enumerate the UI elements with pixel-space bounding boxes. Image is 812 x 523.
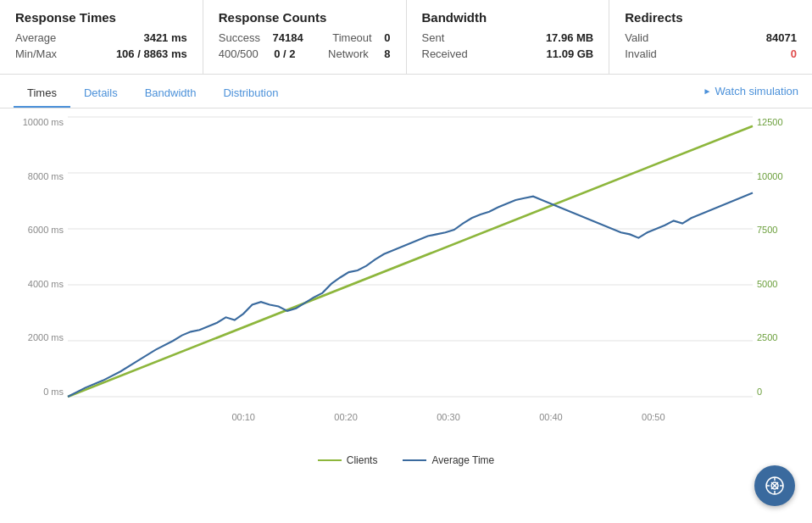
y-right-10000: 10000: [757, 171, 808, 181]
clients-legend-label: Clients: [347, 454, 378, 466]
response-times-title: Response Times: [15, 10, 187, 25]
y-axis-right: 0 2500 5000 7500 10000 12500: [757, 117, 808, 397]
sent-value: 17.96 MB: [546, 31, 593, 44]
clients-line: [68, 126, 753, 397]
legend-avg-time: Average Time: [403, 454, 494, 466]
tab-distribution[interactable]: Distribution: [209, 81, 292, 108]
avg-time-line: [68, 192, 753, 397]
received-value: 11.09 GB: [547, 47, 594, 60]
y-left-6000: 6000 ms: [8, 225, 64, 235]
success-label: Success: [219, 31, 260, 44]
status-value: 0 / 2: [274, 47, 295, 60]
response-counts-card: Response Counts Success 74184 Timeout 0 …: [203, 0, 407, 74]
y-right-2500: 2500: [757, 332, 808, 342]
x-label-0040: 00:40: [539, 412, 563, 422]
tab-details[interactable]: Details: [70, 81, 131, 108]
sent-label: Sent: [422, 31, 445, 44]
received-label: Received: [422, 47, 468, 60]
y-right-5000: 5000: [757, 279, 808, 289]
watch-simulation-label: Watch simulation: [715, 85, 799, 97]
average-value: 3421 ms: [143, 31, 186, 44]
tab-bandwidth[interactable]: Bandwidth: [131, 81, 210, 108]
success-value: 74184: [272, 31, 303, 44]
network-label: Network: [328, 47, 369, 60]
timeout-value: 0: [384, 31, 390, 44]
y-left-8000: 8000 ms: [8, 171, 64, 181]
redirects-title: Redirects: [625, 10, 797, 25]
x-axis: 00:10 00:20 00:30 00:40 00:50: [68, 412, 753, 422]
response-counts-title: Response Counts: [219, 10, 391, 25]
clients-legend-line: [318, 459, 342, 461]
minmax-label: Min/Max: [15, 47, 57, 60]
avg-time-legend-label: Average Time: [431, 454, 494, 466]
watch-simulation-button[interactable]: ► Watch simulation: [704, 85, 798, 104]
chart-legend: Clients Average Time: [0, 448, 812, 470]
y-left-4000: 4000 ms: [8, 279, 64, 289]
play-icon: ►: [704, 86, 712, 96]
x-label-0030: 00:30: [437, 412, 460, 422]
chart-container: 0 ms 2000 ms 4000 ms 6000 ms 8000 ms 100…: [0, 108, 812, 448]
x-label-0010: 00:10: [231, 412, 255, 422]
tab-times[interactable]: Times: [14, 81, 70, 108]
y-axis-left: 0 ms 2000 ms 4000 ms 6000 ms 8000 ms 100…: [8, 117, 64, 397]
avg-time-legend-line: [403, 459, 426, 461]
timeout-label: Timeout: [332, 31, 371, 44]
y-left-0: 0 ms: [8, 387, 64, 397]
y-left-10000: 10000 ms: [8, 117, 64, 127]
bandwidth-title: Bandwidth: [422, 10, 594, 25]
y-left-2000: 2000 ms: [8, 332, 64, 342]
minmax-value: 106 / 8863 ms: [116, 47, 187, 60]
tabs-container: Times Details Bandwidth Distribution: [14, 81, 292, 108]
legend-clients: Clients: [318, 454, 378, 466]
y-right-12500: 12500: [757, 117, 808, 127]
metrics-row: Response Times Average 3421 ms Min/Max 1…: [0, 0, 812, 75]
x-label-0050: 00:50: [642, 412, 665, 422]
y-right-0: 0: [757, 387, 808, 397]
valid-label: Valid: [625, 31, 648, 44]
x-label-0020: 00:20: [334, 412, 358, 422]
chart-svg: [68, 117, 753, 397]
y-right-7500: 7500: [757, 225, 808, 235]
invalid-label: Invalid: [625, 47, 657, 60]
average-label: Average: [15, 31, 56, 44]
redirects-card: Redirects Valid 84071 Invalid 0: [609, 0, 812, 74]
response-times-card: Response Times Average 3421 ms Min/Max 1…: [0, 0, 203, 74]
invalid-value: 0: [791, 47, 797, 60]
status-label: 400/500: [219, 47, 259, 60]
chart-area: 0 ms 2000 ms 4000 ms 6000 ms 8000 ms 100…: [68, 117, 753, 397]
bandwidth-card: Bandwidth Sent 17.96 MB Received 11.09 G…: [407, 0, 610, 74]
tabs-bar: Times Details Bandwidth Distribution ► W…: [0, 75, 812, 108]
network-value: 8: [384, 47, 390, 60]
valid-value: 84071: [766, 31, 797, 44]
